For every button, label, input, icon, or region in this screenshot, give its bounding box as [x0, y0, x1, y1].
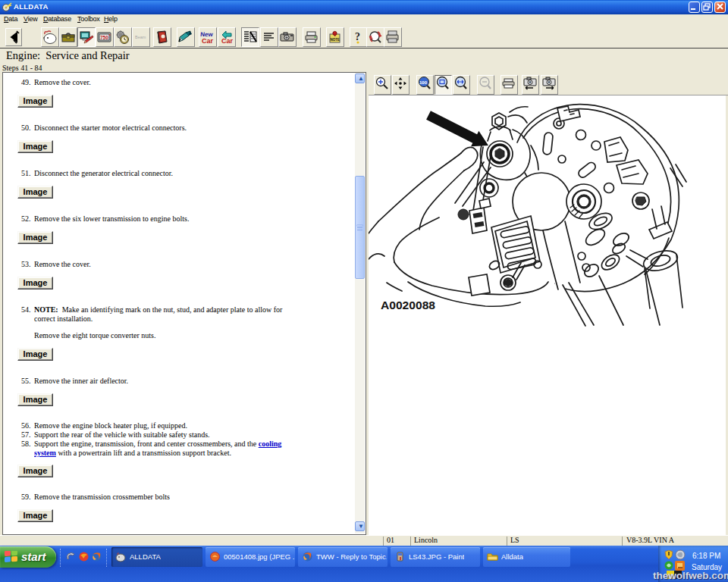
- svg-text:100: 100: [419, 80, 428, 85]
- svg-text:Beam: Beam: [135, 35, 146, 39]
- svg-text:Car: Car: [221, 37, 234, 45]
- svg-text:Car: Car: [202, 37, 214, 45]
- svg-text:?: ?: [355, 31, 360, 42]
- svg-text:NOTE: NOTE: [331, 38, 340, 42]
- svg-text:A0020088: A0020088: [381, 299, 435, 311]
- svg-text:750: 750: [100, 35, 108, 40]
